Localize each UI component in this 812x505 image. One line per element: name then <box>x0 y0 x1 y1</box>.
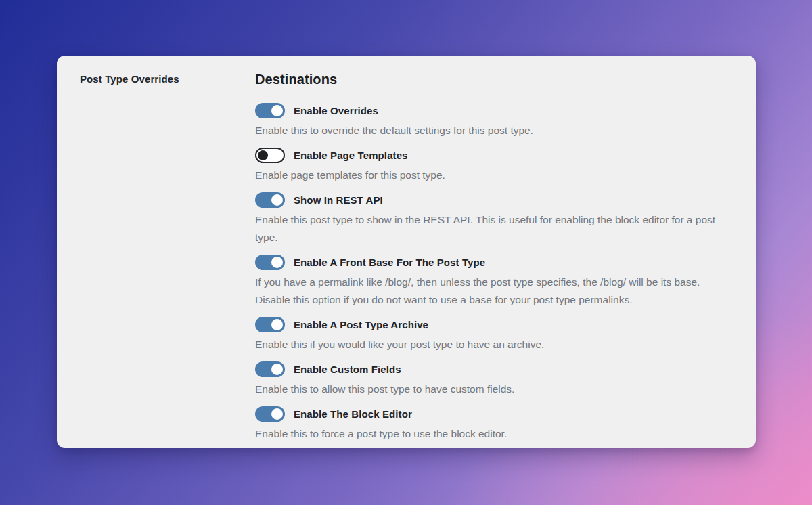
toggle-enable-overrides[interactable] <box>255 103 285 118</box>
setting-row: Enable OverridesEnable this to override … <box>255 103 731 139</box>
setting-description: Enable this to force a post type to use … <box>255 425 730 443</box>
toggle-knob <box>271 105 283 116</box>
setting-head: Enable The Block Editor <box>255 406 731 422</box>
setting-row: Enable The Block EditorEnable this to fo… <box>255 406 731 443</box>
toggle-knob <box>271 194 283 206</box>
setting-head: Enable Overrides <box>255 103 731 118</box>
setting-row: Enable Page TemplatesEnable page templat… <box>255 148 731 184</box>
toggle-knob <box>271 257 283 268</box>
toggle-enable-page-templates[interactable] <box>255 148 285 163</box>
setting-head: Show In REST API <box>255 192 731 208</box>
toggle-enable-the-block-editor[interactable] <box>255 406 285 422</box>
setting-head: Enable A Post Type Archive <box>255 317 731 332</box>
toggle-enable-a-post-type-archive[interactable] <box>255 317 285 332</box>
page-title: Destinations <box>255 72 731 87</box>
setting-label: Enable Overrides <box>294 105 378 116</box>
toggle-knob <box>258 150 268 160</box>
setting-description: If you have a permalink like /blog/, the… <box>255 273 730 309</box>
setting-head: Enable Page Templates <box>255 148 731 163</box>
setting-row: Enable A Post Type ArchiveEnable this if… <box>255 317 731 353</box>
settings-sidebar: Post Type Overrides <box>80 72 255 451</box>
setting-label: Enable The Block Editor <box>294 408 412 420</box>
setting-row: Enable Custom FieldsEnable this to allow… <box>255 361 731 398</box>
setting-description: Enable page templates for this post type… <box>255 167 730 184</box>
setting-label: Enable A Front Base For The Post Type <box>294 257 485 268</box>
setting-label: Enable Custom Fields <box>294 364 401 375</box>
settings-content: Destinations Enable OverridesEnable this… <box>255 72 731 451</box>
setting-row: Show In REST APIEnable this post type to… <box>255 192 731 246</box>
toggle-show-in-rest-api[interactable] <box>255 192 285 208</box>
setting-head: Enable A Front Base For The Post Type <box>255 255 731 270</box>
setting-description: Enable this post type to show in the RES… <box>255 211 730 246</box>
toggle-enable-a-front-base-for-the-post-type[interactable] <box>255 255 285 270</box>
setting-label: Enable Page Templates <box>294 150 408 161</box>
toggle-enable-custom-fields[interactable] <box>255 361 285 377</box>
toggle-knob <box>271 408 283 420</box>
setting-description: Enable this to allow this post type to h… <box>255 380 730 398</box>
toggle-knob <box>271 319 283 330</box>
setting-row: Enable A Front Base For The Post TypeIf … <box>255 255 731 309</box>
desktop-background: Post Type Overrides Destinations Enable … <box>0 0 812 505</box>
setting-head: Enable Custom Fields <box>255 361 731 377</box>
section-title: Post Type Overrides <box>80 73 255 85</box>
setting-label: Enable A Post Type Archive <box>294 319 428 330</box>
toggle-knob <box>271 364 283 375</box>
setting-label: Show In REST API <box>294 194 383 206</box>
setting-description: Enable this if you would like your post … <box>255 336 730 353</box>
setting-description: Enable this to override the default sett… <box>255 122 730 139</box>
settings-panel: Post Type Overrides Destinations Enable … <box>57 56 756 448</box>
settings-list: Enable OverridesEnable this to override … <box>255 103 731 443</box>
